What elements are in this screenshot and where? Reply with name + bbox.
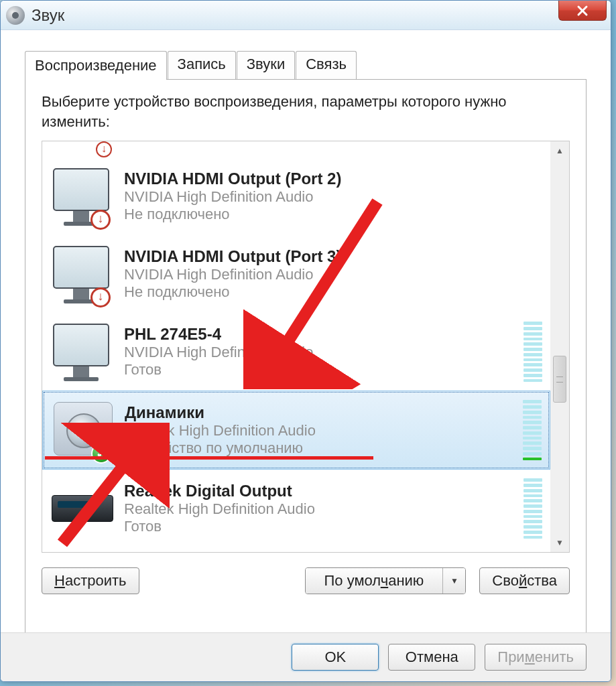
device-list: NVIDIA HDMI Output (Port 2)NVIDIA High D… (42, 141, 550, 552)
device-status: Не подключено (124, 206, 542, 223)
level-meter (523, 400, 542, 460)
tab-panel-playback: Выберите устройство воспроизведения, пар… (25, 79, 587, 635)
annotation-underline (45, 456, 373, 460)
device-name: NVIDIA HDMI Output (Port 3) (124, 247, 542, 266)
monitor-icon (49, 164, 116, 228)
device-item[interactable]: NVIDIA HDMI Output (Port 3)NVIDIA High D… (42, 235, 550, 313)
scroll-up-button[interactable]: ▲ (550, 141, 569, 160)
digital-icon (49, 476, 116, 541)
properties-button[interactable]: Свойства (479, 567, 570, 594)
sound-dialog: Звук Воспроизведение Запись Звуки Связь … (0, 0, 611, 682)
disconnected-badge-icon (90, 210, 111, 230)
tab-playback[interactable]: Воспроизведение (25, 51, 167, 80)
device-item[interactable]: PHL 274E5-4NVIDIA High Definition AudioГ… (42, 313, 550, 391)
configure-button[interactable]: Настроить (42, 567, 139, 594)
content-area: Воспроизведение Запись Звуки Связь Выбер… (1, 30, 611, 646)
device-driver: NVIDIA High Definition Audio (124, 344, 518, 361)
close-icon (576, 5, 589, 17)
device-driver: Realtek High Definition Audio (125, 422, 517, 439)
instruction-text: Выберите устройство воспроизведения, пар… (42, 92, 570, 131)
device-status: Готов (124, 361, 518, 379)
default-badge-icon: ✓ (91, 443, 111, 464)
set-default-dropdown[interactable]: По умолчанию ▼ (305, 567, 467, 594)
level-meter (523, 478, 542, 539)
monitor-icon (49, 242, 116, 306)
device-driver: Realtek High Definition Audio (124, 500, 518, 518)
scrollbar[interactable]: ▲ ▼ (550, 141, 569, 552)
tab-comm[interactable]: Связь (296, 51, 357, 80)
apply-button[interactable]: Применить (485, 644, 587, 671)
device-listbox[interactable]: NVIDIA HDMI Output (Port 2)NVIDIA High D… (42, 141, 570, 553)
prev-device-stub (42, 141, 550, 157)
device-driver: NVIDIA High Definition Audio (124, 188, 542, 206)
device-status: Готов (124, 518, 518, 535)
sound-icon (6, 6, 25, 25)
tab-strip: Воспроизведение Запись Звуки Связь (25, 51, 587, 80)
titlebar[interactable]: Звук (1, 1, 611, 30)
level-meter (523, 322, 542, 382)
close-button[interactable] (558, 1, 607, 21)
device-name: Realtek Digital Output (124, 482, 518, 500)
disconnected-badge-icon (90, 287, 111, 307)
cancel-button[interactable]: Отмена (388, 644, 475, 671)
chevron-down-icon[interactable]: ▼ (442, 568, 465, 594)
dialog-button-row: OK Отмена Применить (1, 632, 611, 681)
device-status: Устройство по умолчанию (125, 439, 517, 457)
device-item[interactable]: NVIDIA HDMI Output (Port 2)NVIDIA High D… (42, 157, 550, 235)
device-status: Не подключено (124, 283, 542, 301)
device-name: Динамики (125, 403, 517, 422)
panel-button-row: Настроить По умолчанию ▼ Свойства (42, 567, 570, 594)
monitor-icon (49, 320, 116, 384)
device-name: NVIDIA HDMI Output (Port 2) (124, 169, 542, 188)
tab-recording[interactable]: Запись (168, 51, 236, 80)
scroll-thumb[interactable] (553, 356, 566, 403)
disconnected-badge-icon (96, 141, 112, 157)
device-name: PHL 274E5-4 (124, 325, 518, 344)
device-driver: NVIDIA High Definition Audio (124, 266, 542, 283)
speaker-icon: ✓ (50, 398, 117, 462)
ok-button[interactable]: OK (292, 644, 379, 671)
scroll-down-button[interactable]: ▼ (550, 533, 569, 552)
device-item[interactable]: Realtek Digital OutputRealtek High Defin… (42, 470, 550, 547)
tab-sounds[interactable]: Звуки (237, 51, 295, 80)
window-title: Звук (32, 6, 64, 25)
